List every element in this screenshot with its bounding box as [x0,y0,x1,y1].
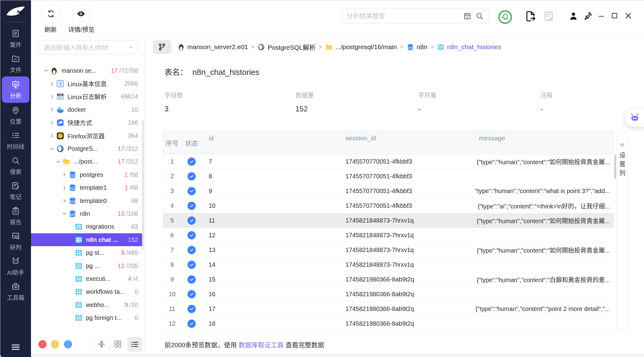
breadcrumb-item[interactable]: manson_server2.e01 [177,43,248,51]
chevron-right-icon[interactable] [49,120,56,126]
export-file-icon[interactable] [524,10,537,23]
breadcrumb-item[interactable]: n8n [407,43,427,51]
status-check-icon[interactable] [187,187,196,195]
minimize-icon[interactable] [597,13,606,20]
tree-node[interactable]: template11/68 [31,181,142,194]
tree-node[interactable]: n8n chat ...152 [31,233,142,246]
sidebar-item-location[interactable]: 位置 [2,103,29,128]
db-forensic-tool-link[interactable]: 数据库取证工具 [239,341,284,348]
red-tag-dot[interactable] [38,340,47,348]
column-settings-strip[interactable]: 设置列 [617,131,627,331]
git-branch-button[interactable] [153,40,171,54]
ai-assistant-fab[interactable] [625,109,644,127]
status-check-icon[interactable] [187,202,196,210]
column-header-序号[interactable]: 序号 [163,131,181,154]
tree-node[interactable]: template068 [31,194,142,207]
table-row[interactable]: 4101745570770051-4fkbbf3{"type":"ai","co… [163,199,614,213]
tree-node[interactable]: 快捷方式186 [31,116,142,129]
blue-tag-dot[interactable] [64,340,72,348]
sidebar-item-analysis[interactable]: 分析 [2,76,29,103]
sidebar-item-files[interactable]: 文件 [2,51,29,76]
chevron-down-icon[interactable] [61,211,68,216]
status-check-icon[interactable] [187,246,196,254]
status-check-icon[interactable] [187,320,196,328]
table-row[interactable]: 5111745821848873-7hrxv1q{"type":"human",… [163,213,614,228]
tree-node[interactable]: .../post...17/312 [31,155,142,168]
sidebar-item-report[interactable]: 报告 [2,204,29,229]
chevron-right-icon[interactable] [61,172,68,177]
status-check-icon[interactable] [187,275,196,284]
tree-node[interactable]: Linux基本信息2066 [31,77,142,90]
column-header-id[interactable]: id- [202,131,341,154]
tree-node[interactable]: pg st...8/465 [31,246,142,259]
tree-node[interactable]: postgres1/68 [31,168,142,181]
preview-button[interactable] [72,5,90,23]
column-header-message[interactable]: message- [475,131,614,154]
tree-scrollbar[interactable] [142,120,144,249]
search-input[interactable] [346,12,459,20]
maximize-icon[interactable] [611,11,619,20]
tree-node[interactable]: docker10 [31,103,142,116]
chevron-down-icon[interactable] [43,68,49,73]
status-check-icon[interactable] [187,172,196,180]
notification-bell-icon[interactable] [498,10,512,24]
chevron-right-icon[interactable] [61,198,68,204]
status-check-icon[interactable] [187,231,196,239]
column-header-session_id[interactable]: session_id- [341,131,475,154]
tree-node[interactable]: pg foreign t...0 [31,311,142,324]
column-header-状态[interactable]: 状态 [181,131,202,154]
breadcrumb-item[interactable]: PostgreSQL解析 [257,42,315,52]
grid-view-icon[interactable] [113,340,122,349]
tree-node[interactable]: executi...4/4 [31,272,142,285]
breadcrumb-item[interactable]: .../postgresql/16/main [325,43,397,51]
table-row[interactable]: 12181745821980366-8ab9t2q [163,316,614,331]
sidebar-item-notes[interactable]: 笔记 [2,178,29,204]
table-row[interactable]: 9151745821980366-8ab9t2q{"type":"human",… [163,272,614,287]
tree-node[interactable]: PostgreS...17/312 [31,142,142,155]
owner-filter-select[interactable]: 请选择/输入持有人/检材 [38,40,138,54]
grid-vertical-scrollbar[interactable] [614,155,616,179]
user-icon[interactable] [569,11,578,21]
chevron-right-icon[interactable] [49,81,56,87]
menu-icon[interactable] [10,342,22,352]
tree-node[interactable]: manson se...17/72768 [31,64,142,77]
status-check-icon[interactable] [187,261,196,269]
chevron-right-icon[interactable] [49,107,56,112]
tree-node[interactable]: Firefox浏览器364 [31,129,142,142]
table-row[interactable]: 281745570770051-4fkbbf3 [163,169,614,184]
pin-icon[interactable] [583,11,593,21]
tree-node[interactable]: webho...9/10 [31,298,142,311]
status-check-icon[interactable] [187,305,196,313]
yellow-tag-dot[interactable] [51,340,59,348]
status-check-icon[interactable] [187,216,196,225]
refresh-button[interactable] [42,5,60,23]
search-icon[interactable] [475,12,484,20]
status-check-icon[interactable] [187,290,196,298]
chevron-right-icon[interactable] [49,133,56,138]
sidebar-item-ai-assistant[interactable]: AI助手 [2,254,29,279]
status-check-icon[interactable] [187,157,196,166]
table-row[interactable]: 7131745821848873-7hrxv1q{"type":"human",… [163,243,614,258]
tree-node[interactable]: pg ...12/705 [31,259,142,272]
list-view-button[interactable] [127,337,142,352]
tree-node[interactable]: n8n15/108 [31,207,142,220]
chevron-down-icon[interactable] [49,146,56,152]
tree-node[interactable]: migrations83 [31,220,142,233]
table-row[interactable]: 8141745821848873-7hrxv1q [163,258,614,272]
tree-node[interactable]: workflows ta...0 [31,285,142,298]
tree-node[interactable]: LOGLinux日志解析69814 [31,90,142,103]
sidebar-item-timeline[interactable]: 时间线 [2,128,29,153]
chevron-down-icon[interactable] [55,159,62,165]
collapse-all-icon[interactable] [97,340,106,349]
sidebar-item-judge[interactable]: 研判 [2,229,29,254]
calendar-icon[interactable] [463,12,472,20]
table-row[interactable]: 6121745821848873-7hrxv1q [163,228,614,243]
sidebar-item-case[interactable]: 案件 [2,26,29,51]
table-row[interactable]: 391745570770051-4fkbbf3{"type":"human","… [163,184,614,199]
chevron-right-icon[interactable] [61,185,68,191]
sidebar-item-toolbox[interactable]: 工具箱 [2,279,29,304]
breadcrumb-item[interactable]: n8n_chat_histories [437,43,501,51]
close-icon[interactable] [624,11,633,20]
table-row[interactable]: 171745570770051-4fkbbf3{"type":"human","… [163,154,614,169]
report-doc-icon[interactable] [543,10,554,23]
